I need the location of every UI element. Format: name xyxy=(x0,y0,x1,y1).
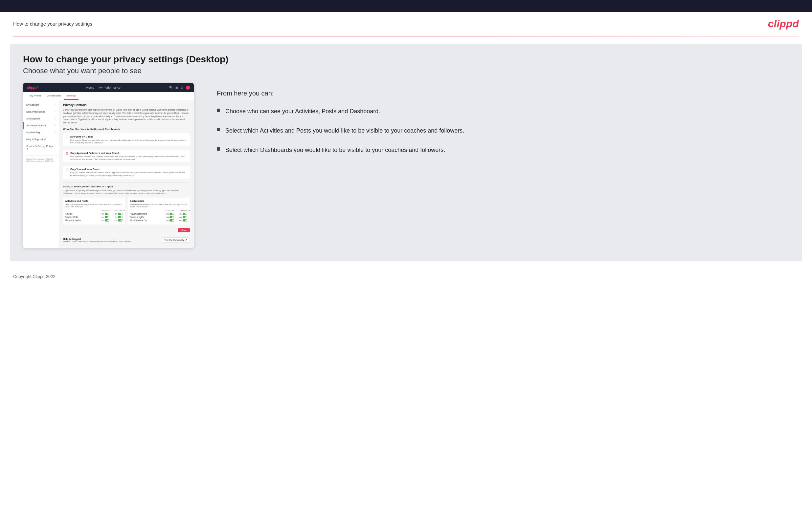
copyright: Copyright Clippd 2022 xyxy=(13,274,55,279)
app-main-content: Privacy Controls Control how you and you… xyxy=(59,100,194,248)
bullet-item-2: Select which Activities and Posts you wo… xyxy=(217,126,782,135)
show-hide-desc: Regardless of the privacy controls that … xyxy=(63,189,190,195)
app-nav: My Profile Connections Settings xyxy=(23,92,194,100)
toggle-workOn-coaches[interactable] xyxy=(169,219,174,222)
bullet-item-1: Choose who can see your Activities, Post… xyxy=(217,107,782,116)
toggle-drills-coaches[interactable] xyxy=(105,216,109,218)
help-section: Help & Support Visit the Clippd communit… xyxy=(63,235,190,244)
app-screenshot: clippd Home My Performance 🔍 ⊞ ⚙ My Prof… xyxy=(23,83,194,248)
external-link-icon: ↗ xyxy=(185,238,187,241)
save-row: Save xyxy=(63,226,190,232)
help-desc: Visit the Clippd community to troublesho… xyxy=(63,240,132,242)
row-practice-drills: Practice Drills ON ON xyxy=(65,216,123,218)
row-round-insights: Round Insights ON ON xyxy=(130,216,188,218)
sidebar-item-golf-bag[interactable]: My Golf Bag › xyxy=(23,129,59,136)
save-button[interactable]: Save xyxy=(178,228,190,232)
radio-circle-everyone xyxy=(66,135,68,138)
app-sidebar: My Account › Data Integrations › Subscri… xyxy=(23,100,59,248)
bullet-item-3: Select which Dashboards you would like t… xyxy=(217,146,782,155)
activities-panel: Activities and Posts Select the types of… xyxy=(63,198,125,224)
toggle-insights-coaches[interactable] xyxy=(169,216,174,218)
header: How to change your privacy settings clip… xyxy=(0,12,812,36)
help-title: Help & Support xyxy=(63,238,132,240)
toggle-manual-followers[interactable] xyxy=(118,219,122,222)
chevron-icon: › xyxy=(55,104,55,106)
right-panel: From here you can: Choose who can see yo… xyxy=(207,83,789,155)
bullet-text-1: Choose who can see your Activities, Post… xyxy=(225,107,380,116)
chevron-icon: › xyxy=(55,124,55,127)
toggle-workOn-followers[interactable] xyxy=(183,219,187,222)
sidebar-item-privacy-policy[interactable]: Service & Privacy Policy ↗ xyxy=(23,143,59,153)
user-icon xyxy=(186,86,190,90)
row-what-to-work-on: What To Work On ON ON xyxy=(130,219,188,222)
sidebar-item-help[interactable]: Help & Support ↗ xyxy=(23,136,59,143)
who-can-see-title: Who Can See Your Activities and Dashboar… xyxy=(63,128,190,130)
from-here-label: From here you can: xyxy=(217,90,782,97)
chevron-icon: › xyxy=(55,131,55,133)
privacy-controls-title: Privacy Controls xyxy=(63,103,190,107)
radio-followers-coach[interactable]: Only Approved Followers and Your Coach O… xyxy=(63,150,190,163)
chevron-icon: › xyxy=(55,111,55,113)
sidebar-item-data[interactable]: Data Integrations › xyxy=(23,108,59,115)
two-col-layout: clippd Home My Performance 🔍 ⊞ ⚙ My Prof… xyxy=(23,83,789,248)
tab-my-profile[interactable]: My Profile xyxy=(27,92,44,100)
tab-connections[interactable]: Connections xyxy=(44,92,64,100)
radio-everyone[interactable]: Everyone on Clippd Everyone on Clippd ca… xyxy=(63,133,190,146)
bullet-text-2: Select which Activities and Posts you wo… xyxy=(225,126,464,135)
toggle-player-followers[interactable] xyxy=(183,213,187,215)
features-grid: Activities and Posts Select the types of… xyxy=(63,198,190,224)
page-subheading: Choose what you want people to see xyxy=(23,67,789,75)
app-logo: clippd xyxy=(27,86,38,90)
toggle-manual-coaches[interactable] xyxy=(105,219,109,222)
toggle-player-coaches[interactable] xyxy=(169,213,174,215)
bullet-text-3: Select which Dashboards you would like t… xyxy=(225,146,445,155)
privacy-controls-desc: Control how you and your data appears to… xyxy=(63,108,190,124)
header-divider xyxy=(13,36,799,37)
radio-circle-followers xyxy=(66,152,68,155)
toggle-rounds-followers[interactable] xyxy=(118,213,122,215)
search-icon: 🔍 xyxy=(169,86,173,89)
radio-circle-you xyxy=(66,168,68,171)
nav-home: Home xyxy=(86,86,94,89)
divider xyxy=(63,182,190,182)
top-bar xyxy=(0,0,812,12)
logo: clippd xyxy=(768,18,799,30)
toggle-rounds-coaches[interactable] xyxy=(105,213,109,215)
app-topbar-icons: 🔍 ⊞ ⚙ xyxy=(169,86,190,90)
app-body: My Account › Data Integrations › Subscri… xyxy=(23,100,194,248)
visit-community-button[interactable]: Visit Our Community ↗ xyxy=(162,237,190,242)
settings-icon: ⚙ xyxy=(181,86,183,89)
tab-settings[interactable]: Settings xyxy=(64,92,79,100)
bullet-list: Choose who can see your Activities, Post… xyxy=(217,107,782,155)
dashboards-panel: Dashboards Select the types of activity … xyxy=(128,198,190,224)
bullet-square-3 xyxy=(217,147,220,151)
row-manual-activities: Manual Activities ON ON xyxy=(65,219,123,222)
footer: Copyright Clippd 2022 xyxy=(0,269,812,284)
chevron-icon: › xyxy=(55,117,55,120)
grid-icon: ⊞ xyxy=(175,86,178,89)
page-heading: How to change your privacy settings (Des… xyxy=(23,54,789,65)
sidebar-footer: Clippd Client Version: 2022.8.2 SQL Serv… xyxy=(23,155,59,165)
sidebar-item-subscription[interactable]: Subscription › xyxy=(23,115,59,122)
nav-performance: My Performance xyxy=(99,86,120,89)
radio-only-you[interactable]: Only You and Your Coach Only you and the… xyxy=(63,166,190,179)
toggle-drills-followers[interactable] xyxy=(118,216,122,218)
main-content: How to change your privacy settings (Des… xyxy=(10,44,802,261)
app-topbar: clippd Home My Performance 🔍 ⊞ ⚙ xyxy=(23,83,194,92)
sidebar-item-account[interactable]: My Account › xyxy=(23,101,59,108)
bullet-square-1 xyxy=(217,109,220,112)
app-topbar-nav: Home My Performance xyxy=(86,86,120,89)
header-title: How to change your privacy settings xyxy=(13,21,92,26)
row-rounds: Rounds ON ON xyxy=(65,213,123,215)
bullet-square-2 xyxy=(217,128,220,131)
row-player-dashboard: Player Dashboard ON ON xyxy=(130,213,188,215)
show-hide-title: Show or hide specific features in Clippd xyxy=(63,185,190,188)
sidebar-item-privacy[interactable]: Privacy Controls › xyxy=(23,122,59,129)
toggle-insights-followers[interactable] xyxy=(183,216,187,218)
